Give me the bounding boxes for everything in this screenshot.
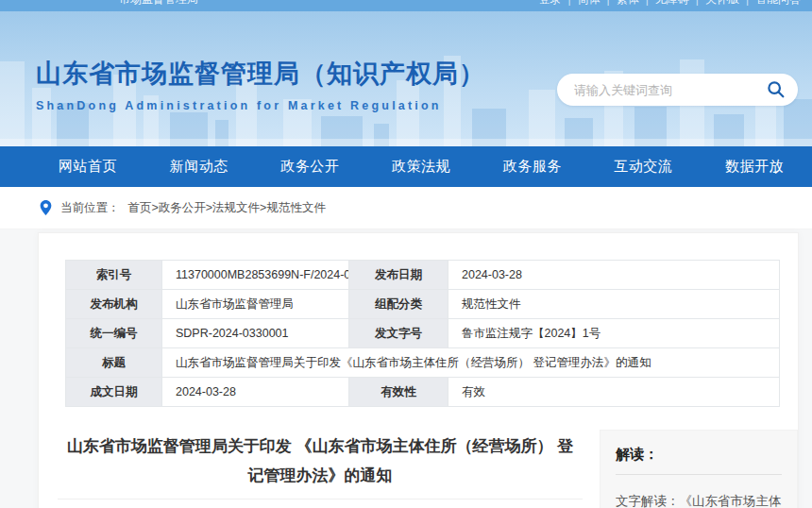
article-section: 山东省市场监督管理局关于印发 《山东省市场主体住所（经营场所） 登记管理办法》的…: [39, 407, 798, 508]
site-subtitle-english: ShanDong Administration for Market Regul…: [36, 99, 485, 112]
table-row: 索引号 11370000MB2853699N-F/2024-00300 发布日期…: [66, 261, 780, 290]
header-banner: 山东省市场监督管理局（知识产权局） ShanDong Administratio…: [0, 11, 812, 146]
field-label-category: 组配分类: [349, 290, 448, 319]
field-label-written-date: 成文日期: [66, 378, 162, 407]
table-row: 统一编号 SDPR-2024-0330001 发文字号 鲁市监注规字【2024】…: [66, 319, 780, 348]
topbar-link-simplified[interactable]: 简体: [578, 0, 601, 8]
separator: |: [646, 0, 649, 6]
table-row: 标题 山东省市场监督管理局关于印发《山东省市场主体住所（经营场所） 登记管理办法…: [66, 348, 780, 378]
page: 市场监督管理局 登录 | 简体 | 繁体 | 无障碍 | 关怀版 | 智能问答: [0, 0, 812, 508]
field-value-title: 山东省市场监督管理局关于印发《山东省市场主体住所（经营场所） 登记管理办法》的通…: [162, 348, 780, 378]
field-value-publish-date: 2024-03-28: [448, 261, 780, 290]
article-meta-row: 时间 : 2024-03-28 00:00:00 【 字体大小: 大中小 】 浏…: [58, 499, 583, 508]
search-button[interactable]: [764, 77, 788, 102]
field-label-validity: 有效性: [349, 378, 448, 407]
breadcrumb-label: 当前位置：: [60, 200, 120, 216]
site-title: 山东省市场监督管理局（知识产权局）: [36, 57, 485, 91]
interpretation-panel: 解读： 文字解读：《山东省市场主体住所（经营场所）登记管理办法》: [600, 430, 798, 508]
field-value-written-date: 2024-03-28: [162, 378, 349, 407]
nav-item-news[interactable]: 新闻动态: [170, 158, 228, 176]
table-row: 成文日期 2024-03-28 有效性 有效: [66, 378, 780, 407]
top-utility-bar: 市场监督管理局 登录 | 简体 | 繁体 | 无障碍 | 关怀版 | 智能问答: [0, 0, 812, 11]
field-label-unified-no: 统一编号: [66, 319, 162, 348]
site-brand: 山东省市场监督管理局（知识产权局） ShanDong Administratio…: [36, 57, 485, 112]
topbar-link-traditional[interactable]: 繁体: [617, 0, 639, 8]
document-card: 索引号 11370000MB2853699N-F/2024-00300 发布日期…: [38, 232, 799, 508]
interpretation-link[interactable]: 文字解读：《山东省市场主体住所（经营场所）登记管理办法》: [616, 487, 782, 508]
topbar-link-smart-qa[interactable]: 智能问答: [755, 0, 801, 8]
field-label-doc-no: 发文字号: [349, 319, 448, 348]
separator: |: [696, 0, 699, 6]
topbar-link-accessibility[interactable]: 无障碍: [655, 0, 689, 8]
main-nav: 网站首页 新闻动态 政务公开 政策法规 政务服务 互动交流 数据开放: [0, 146, 812, 187]
field-value-issuing-agency: 山东省市场监督管理局: [162, 290, 349, 319]
field-label-index-no: 索引号: [66, 261, 162, 290]
breadcrumb: 当前位置： 首页>政务公开>法规文件>规范性文件: [0, 187, 812, 229]
interpretation-heading: 解读：: [616, 446, 782, 475]
separator: |: [607, 0, 610, 6]
search-icon: [766, 79, 787, 100]
topbar-site-text: 市场监督管理局: [119, 0, 198, 8]
field-value-category: 规范性文件: [448, 290, 780, 319]
article-title: 山东省市场监督管理局关于印发 《山东省市场主体住所（经营场所） 登记管理办法》的…: [61, 432, 579, 490]
table-row: 发布机构 山东省市场监督管理局 组配分类 规范性文件: [66, 290, 780, 319]
topbar-link-care-version[interactable]: 关怀版: [705, 0, 739, 8]
separator: |: [567, 0, 570, 6]
location-pin-icon: [40, 200, 52, 215]
field-value-unified-no: SDPR-2024-0330001: [162, 319, 349, 348]
separator: |: [746, 0, 749, 6]
field-value-validity: 有效: [448, 378, 780, 407]
document-info-table: 索引号 11370000MB2853699N-F/2024-00300 发布日期…: [65, 260, 780, 407]
nav-item-gov-disclosure[interactable]: 政务公开: [280, 158, 339, 176]
field-value-doc-no: 鲁市监注规字【2024】1号: [448, 319, 780, 348]
breadcrumb-path[interactable]: 首页>政务公开>法规文件>规范性文件: [128, 200, 326, 216]
field-label-title: 标题: [66, 348, 162, 378]
nav-item-open-data[interactable]: 数据开放: [725, 158, 784, 176]
search-input[interactable]: [572, 82, 764, 98]
nav-item-interaction[interactable]: 互动交流: [614, 158, 672, 176]
nav-item-policies[interactable]: 政策法规: [392, 158, 450, 176]
nav-item-home[interactable]: 网站首页: [59, 158, 117, 176]
article-column: 山东省市场监督管理局关于印发 《山东省市场主体住所（经营场所） 登记管理办法》的…: [58, 407, 583, 508]
topbar-links: 登录 | 简体 | 繁体 | 无障碍 | 关怀版 | 智能问答: [538, 0, 801, 8]
field-label-publish-date: 发布日期: [349, 261, 448, 290]
field-value-index-no: 11370000MB2853699N-F/2024-00300: [162, 261, 349, 290]
topbar-link-login[interactable]: 登录: [538, 0, 561, 8]
field-label-issuing-agency: 发布机构: [66, 290, 162, 319]
nav-item-services[interactable]: 政务服务: [503, 158, 562, 176]
search-box: [557, 74, 798, 106]
